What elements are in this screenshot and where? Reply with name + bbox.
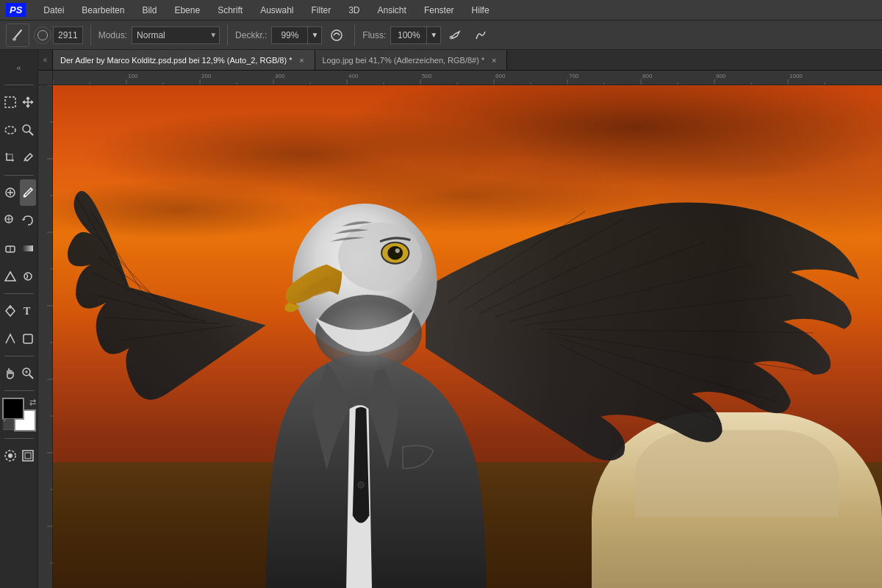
foreground-color-swatch[interactable] (2, 398, 24, 420)
separator-1 (90, 25, 91, 46)
opacity-label: Deckkr.: (235, 30, 267, 40)
gradient-tool[interactable] (20, 235, 36, 262)
menu-fenster[interactable]: Fenster (421, 4, 457, 17)
pressure-icon[interactable] (326, 25, 347, 46)
menu-datei[interactable]: Datei (40, 4, 67, 17)
spot-heal-tool[interactable] (2, 179, 18, 206)
crop-tool[interactable] (2, 145, 18, 171)
path-select-tool[interactable] (2, 326, 18, 352)
pen-tool[interactable] (2, 298, 18, 324)
svg-rect-13 (23, 245, 33, 251)
opacity-dropdown[interactable]: ▼ (308, 26, 322, 44)
eagle-svg (53, 85, 882, 588)
menu-hilfe[interactable]: Hilfe (469, 4, 492, 17)
tab-0-close[interactable]: × (297, 55, 307, 65)
svg-point-2 (331, 30, 342, 40)
svg-point-6 (23, 125, 30, 132)
eagle-image (53, 85, 882, 588)
svg-rect-22 (23, 451, 33, 461)
svg-marker-14 (5, 272, 15, 281)
svg-point-96 (395, 248, 400, 253)
tab-0-label: Der Adler by Marco Kolditz.psd.psd bei 1… (60, 56, 293, 65)
mode-label: Modus: (98, 30, 127, 40)
tabs-panel-toggle[interactable]: « (38, 50, 53, 70)
svg-text:900: 900 (716, 73, 726, 79)
svg-rect-23 (25, 453, 31, 459)
airbrush-icon[interactable] (445, 25, 466, 46)
color-swap-icon[interactable]: ⇄ (29, 398, 36, 407)
tool-separator-4 (4, 390, 34, 391)
clone-stamp-tool[interactable] (2, 207, 18, 234)
tab-1-close[interactable]: × (489, 55, 499, 65)
svg-text:400: 400 (348, 73, 359, 79)
rect-marquee-tool[interactable] (2, 89, 18, 115)
quick-select-tool[interactable] (20, 117, 36, 143)
hand-tool[interactable] (2, 360, 18, 387)
menu-bearbeiten[interactable]: Bearbeiten (79, 4, 127, 17)
dodge-tool[interactable] (20, 263, 36, 290)
main-area: « (0, 50, 882, 588)
svg-point-80 (358, 482, 364, 488)
svg-point-95 (387, 246, 403, 260)
tool-separator-1 (4, 175, 34, 176)
canvas-content[interactable] (53, 85, 882, 588)
zoom-tool[interactable] (20, 360, 36, 387)
svg-point-5 (5, 126, 15, 134)
mode-select[interactable]: Normal (132, 26, 220, 44)
shape-tool[interactable] (20, 326, 36, 352)
heal-pair (2, 179, 36, 206)
eyedropper-tool[interactable] (20, 145, 36, 171)
lasso-tool[interactable] (2, 117, 18, 143)
menu-3d[interactable]: 3D (345, 4, 362, 17)
opacity-value[interactable]: 99% (271, 26, 308, 44)
svg-text:500: 500 (422, 73, 432, 79)
app-logo: PS (6, 3, 26, 17)
brush-tool-active[interactable] (20, 179, 36, 206)
svg-text:800: 800 (642, 73, 653, 79)
tab-1-label: Logo.jpg bei 41,7% (Adlerzeichen, RGB/8#… (323, 56, 485, 65)
tab-0[interactable]: Der Adler by Marco Kolditz.psd.psd bei 1… (53, 50, 315, 70)
menu-schrift[interactable]: Schrift (215, 4, 245, 17)
smoothing-icon[interactable] (470, 25, 491, 46)
brush-size-preview[interactable] (34, 26, 51, 44)
marquee-pair (2, 89, 36, 115)
menu-auswahl[interactable]: Auswahl (257, 4, 296, 17)
brush-size-value[interactable]: 2911 (53, 26, 83, 44)
quick-mask-tool[interactable] (2, 442, 18, 469)
blur-tool[interactable] (2, 263, 18, 290)
menu-ebene[interactable]: Ebene (171, 4, 203, 17)
separator-2 (227, 25, 228, 46)
menu-filter[interactable]: Filter (309, 4, 334, 17)
flow-label: Fluss: (362, 30, 386, 40)
blur-pair (2, 263, 36, 290)
panel-toggle-btn[interactable]: « (2, 54, 36, 81)
eraser-tool[interactable] (2, 235, 18, 262)
svg-line-19 (29, 375, 33, 379)
flow-dropdown[interactable]: ▼ (427, 26, 441, 44)
tool-separator-3 (4, 356, 34, 356)
svg-rect-17 (24, 334, 32, 343)
tab-1[interactable]: Logo.jpg bei 41,7% (Adlerzeichen, RGB/8#… (315, 50, 508, 70)
clone-pair (2, 207, 36, 234)
tool-separator-0 (4, 85, 34, 85)
ruler-horizontal: /* ruler ticks generated below */ 100200… (53, 71, 882, 85)
screen-mode-tool[interactable] (20, 442, 36, 469)
text-tool[interactable]: T (20, 298, 36, 324)
move-tool[interactable] (20, 89, 36, 115)
color-reset-icon[interactable]: ⬛ (2, 418, 15, 430)
menu-ansicht[interactable]: Ansicht (375, 4, 409, 17)
pen-pair: T (2, 298, 36, 324)
eraser-pair (2, 235, 36, 262)
canvas-viewport[interactable]: /* ruler ticks generated below */ 100200… (38, 71, 882, 588)
svg-text:600: 600 (495, 73, 506, 79)
menu-bild[interactable]: Bild (139, 4, 159, 17)
mode-selector[interactable]: Normal ▼ (132, 26, 220, 44)
svg-text:200: 200 (201, 73, 212, 79)
menu-bar: PS Datei Bearbeiten Bild Ebene Schrift A… (0, 0, 882, 21)
tool-separator-5 (4, 438, 34, 439)
svg-text:700: 700 (569, 73, 579, 79)
flow-value[interactable]: 100% (390, 26, 427, 44)
brush-tool-icon[interactable] (6, 24, 29, 47)
tool-separator-2 (4, 293, 34, 294)
history-brush-tool[interactable] (20, 207, 36, 234)
